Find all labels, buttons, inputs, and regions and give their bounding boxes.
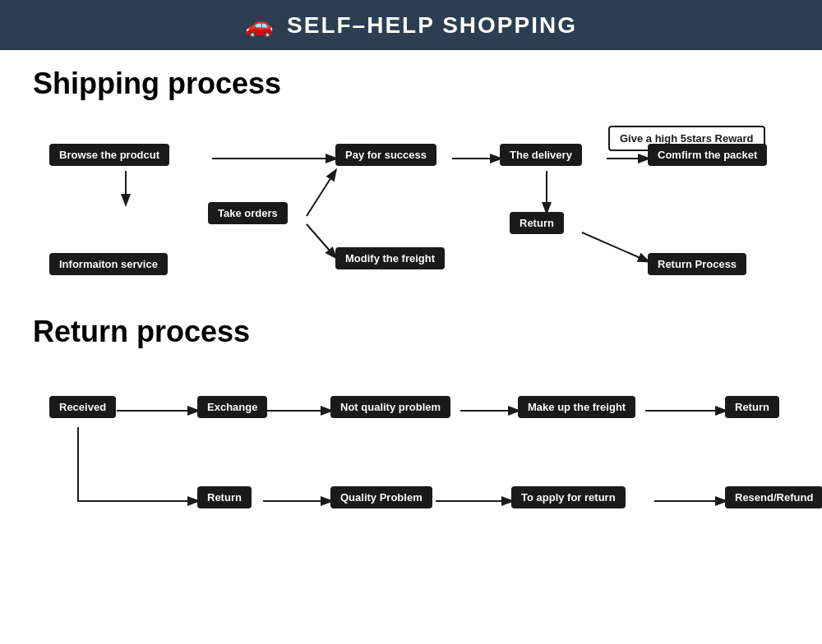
node-return2: Return bbox=[197, 486, 252, 508]
node-apply-return: To apply for return bbox=[511, 486, 626, 508]
node-return1: Return bbox=[725, 396, 779, 418]
node-exchange: Exchange bbox=[197, 396, 267, 418]
node-return-process: Return Process bbox=[648, 253, 746, 275]
node-modify-freight: Modify the freight bbox=[335, 247, 445, 269]
node-make-up: Make up the freight bbox=[518, 396, 635, 418]
svg-line-3 bbox=[307, 171, 335, 216]
node-confirm: Comfirm the packet bbox=[648, 144, 767, 166]
node-take-orders: Take orders bbox=[208, 202, 288, 224]
svg-line-4 bbox=[307, 224, 335, 257]
node-received: Received bbox=[49, 396, 116, 418]
node-info-service: Informaiton service bbox=[49, 253, 168, 275]
svg-line-9 bbox=[582, 232, 648, 261]
shipping-section: Shipping process bbox=[33, 67, 789, 380]
node-browse: Browse the prodcut bbox=[49, 144, 169, 166]
header: 🚗 SELF–HELP SHOPPING bbox=[0, 0, 822, 50]
node-resend: Resend/Refund bbox=[725, 486, 822, 508]
shipping-title: Shipping process bbox=[33, 67, 789, 101]
node-quality-problem: Quality Problem bbox=[330, 486, 432, 508]
node-return: Return bbox=[510, 212, 564, 234]
car-icon: 🚗 bbox=[245, 12, 274, 39]
node-delivery: The delivery bbox=[500, 144, 582, 166]
node-pay: Pay for success bbox=[335, 144, 436, 166]
header-title: SELF–HELP SHOPPING bbox=[287, 12, 577, 39]
node-not-quality: Not quality problem bbox=[330, 396, 450, 418]
